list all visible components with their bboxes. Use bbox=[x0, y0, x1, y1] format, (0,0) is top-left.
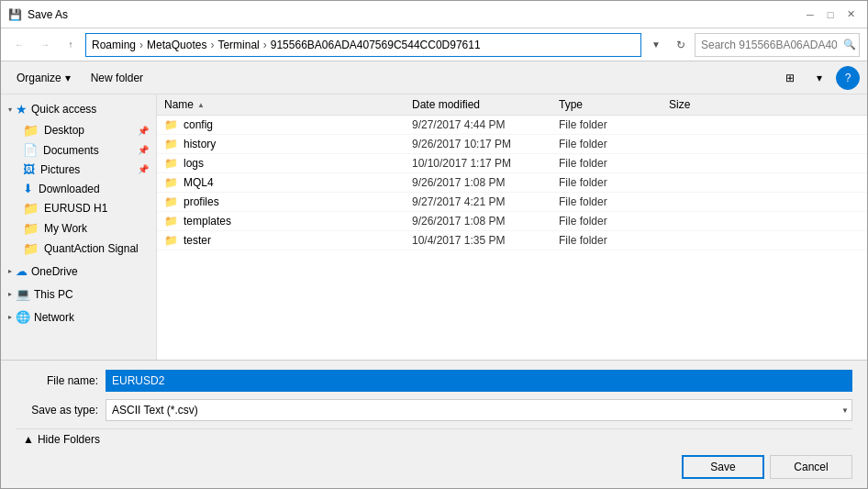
chevron-down-icon: ▾ bbox=[8, 106, 12, 114]
action-buttons: Save Cancel bbox=[16, 455, 852, 479]
sidebar-group-onedrive: ▸ ☁ OneDrive bbox=[1, 261, 156, 282]
sidebar-item-onedrive[interactable]: ▸ ☁ OneDrive bbox=[1, 261, 156, 282]
file-list-header: Name ▲ Date modified Type Size bbox=[157, 94, 867, 116]
view-dropdown-button[interactable]: ▾ bbox=[807, 66, 832, 90]
minimize-button[interactable]: ─ bbox=[801, 6, 819, 24]
title-bar: 💾 Save As ─ □ ✕ bbox=[1, 1, 867, 28]
refresh-button[interactable]: ↻ bbox=[671, 35, 691, 55]
table-row[interactable]: 📁 history 9/26/2017 10:17 PM File folder bbox=[157, 135, 867, 154]
file-name-cell: 📁 history bbox=[164, 138, 412, 150]
sidebar-item-network[interactable]: ▸ 🌐 Network bbox=[1, 306, 156, 328]
path-segment-id[interactable]: 915566BA06ADA407569C544CC0D97611 bbox=[271, 39, 481, 51]
path-segment-metaquotes[interactable]: MetaQuotes bbox=[147, 39, 206, 51]
toolbar: Organize ▾ New folder ⊞ ▾ ? bbox=[1, 61, 867, 94]
table-row[interactable]: 📁 config 9/27/2017 4:44 PM File folder bbox=[157, 116, 867, 135]
sidebar-item-desktop[interactable]: 📁 Desktop 📌 bbox=[1, 120, 156, 140]
file-type-cell: File folder bbox=[559, 234, 669, 247]
network-icon: 🌐 bbox=[16, 310, 30, 324]
table-row[interactable]: 📁 templates 9/26/2017 1:08 PM File folde… bbox=[157, 212, 867, 231]
new-folder-button[interactable]: New folder bbox=[83, 66, 151, 90]
back-button[interactable]: ← bbox=[8, 34, 30, 56]
new-folder-label: New folder bbox=[91, 72, 143, 84]
file-date-cell: 9/27/2017 4:44 PM bbox=[412, 118, 559, 131]
folder-icon: 📁 bbox=[164, 195, 178, 208]
eurusdh1-label: EURUSD H1 bbox=[44, 202, 107, 215]
up-button[interactable]: ↑ bbox=[60, 34, 82, 56]
network-label: Network bbox=[34, 311, 74, 324]
organize-label: Organize bbox=[17, 72, 61, 84]
cancel-label: Cancel bbox=[794, 461, 828, 473]
sidebar-item-eurusdh1[interactable]: 📁 EURUSD H1 bbox=[1, 198, 156, 218]
sidebar-group-thispc: ▸ 💻 This PC bbox=[1, 283, 156, 305]
title-controls: ─ □ ✕ bbox=[801, 6, 860, 24]
title-bar-left: 💾 Save As bbox=[8, 8, 68, 21]
desktop-label: Desktop bbox=[44, 124, 84, 137]
file-name-cell: 📁 config bbox=[164, 118, 412, 131]
column-name[interactable]: Name ▲ bbox=[164, 98, 412, 111]
file-type-cell: File folder bbox=[559, 195, 669, 208]
save-as-dialog: 💾 Save As ─ □ ✕ ← → ↑ Roaming › MetaQuot… bbox=[0, 0, 868, 489]
column-type-label: Type bbox=[559, 98, 583, 111]
table-row[interactable]: 📁 logs 10/10/2017 1:17 PM File folder bbox=[157, 154, 867, 173]
column-date[interactable]: Date modified bbox=[412, 98, 559, 111]
toolbar-right: ⊞ ▾ ? bbox=[777, 66, 860, 90]
column-date-label: Date modified bbox=[412, 98, 480, 111]
path-segment-terminal[interactable]: Terminal bbox=[217, 39, 259, 51]
table-row[interactable]: 📁 MQL4 9/26/2017 1:08 PM File folder bbox=[157, 173, 867, 193]
folder-yellow-icon: 📁 bbox=[23, 201, 39, 216]
column-size[interactable]: Size bbox=[669, 98, 742, 111]
folder-icon: 📁 bbox=[164, 157, 178, 170]
maximize-button[interactable]: □ bbox=[821, 6, 840, 24]
sidebar-item-thispc[interactable]: ▸ 💻 This PC bbox=[1, 283, 156, 305]
forward-button[interactable]: → bbox=[34, 34, 56, 56]
folder-yellow-icon-2: 📁 bbox=[23, 221, 39, 236]
column-type[interactable]: Type bbox=[559, 98, 669, 111]
folder-icon: 📁 bbox=[23, 123, 39, 138]
file-name-input[interactable] bbox=[106, 370, 852, 392]
path-dropdown-button[interactable]: ▼ bbox=[645, 34, 667, 56]
save-button[interactable]: Save bbox=[682, 455, 764, 479]
save-as-type-select[interactable]: ASCII Text (*.csv) bbox=[106, 399, 852, 421]
file-name-cell: 📁 MQL4 bbox=[164, 176, 412, 189]
file-date-cell: 9/26/2017 10:17 PM bbox=[412, 138, 559, 150]
documents-label: Documents bbox=[43, 144, 99, 157]
file-name-label: config bbox=[184, 118, 213, 131]
file-type-cell: File folder bbox=[559, 118, 669, 131]
search-input[interactable] bbox=[695, 33, 860, 57]
file-name-cell: 📁 templates bbox=[164, 215, 412, 228]
address-path[interactable]: Roaming › MetaQuotes › Terminal › 915566… bbox=[85, 33, 641, 57]
file-date-cell: 9/26/2017 1:08 PM bbox=[412, 215, 559, 228]
column-size-label: Size bbox=[669, 98, 690, 111]
chevron-up-icon: ▲ bbox=[23, 433, 34, 446]
sidebar-item-quantaction[interactable]: 📁 QuantAction Signal bbox=[1, 239, 156, 259]
chevron-right-icon: ▸ bbox=[8, 267, 12, 275]
table-row[interactable]: 📁 tester 10/4/2017 1:35 PM File folder bbox=[157, 231, 867, 250]
hide-folders-row[interactable]: ▲ Hide Folders bbox=[16, 428, 852, 450]
onedrive-label: OneDrive bbox=[31, 265, 78, 278]
table-row[interactable]: 📁 profiles 9/27/2017 4:21 PM File folder bbox=[157, 193, 867, 212]
file-name-label: history bbox=[184, 138, 216, 150]
sidebar-item-documents[interactable]: 📄 Documents 📌 bbox=[1, 140, 156, 160]
file-name-cell: 📁 profiles bbox=[164, 195, 412, 208]
file-name-label: MQL4 bbox=[184, 176, 214, 189]
sidebar-item-pictures[interactable]: 🖼 Pictures 📌 bbox=[1, 160, 156, 179]
sidebar-item-downloaded[interactable]: ⬇ Downloaded bbox=[1, 179, 156, 198]
organize-button[interactable]: Organize ▾ bbox=[8, 66, 79, 90]
chevron-right-icon-3: ▸ bbox=[8, 313, 12, 321]
sidebar-item-quick-access[interactable]: ▾ ★ Quick access bbox=[1, 98, 156, 120]
quick-access-label: Quick access bbox=[31, 103, 96, 116]
help-button[interactable]: ? bbox=[836, 66, 860, 90]
star-icon: ★ bbox=[16, 102, 28, 117]
close-button[interactable]: ✕ bbox=[841, 6, 860, 24]
hide-folders-label: Hide Folders bbox=[38, 433, 100, 446]
thispc-label: This PC bbox=[34, 288, 73, 301]
saveastype-row: Save as type: ASCII Text (*.csv) ▼ bbox=[16, 399, 852, 421]
cancel-button[interactable]: Cancel bbox=[770, 455, 852, 479]
search-button[interactable]: 🔍 bbox=[843, 39, 856, 50]
path-segment-roaming[interactable]: Roaming bbox=[92, 39, 136, 51]
column-name-label: Name bbox=[164, 98, 194, 111]
sidebar-item-mywork[interactable]: 📁 My Work bbox=[1, 218, 156, 239]
file-date-cell: 9/27/2017 4:21 PM bbox=[412, 195, 559, 208]
view-button[interactable]: ⊞ bbox=[777, 66, 803, 90]
file-date-cell: 10/4/2017 1:35 PM bbox=[412, 234, 559, 247]
